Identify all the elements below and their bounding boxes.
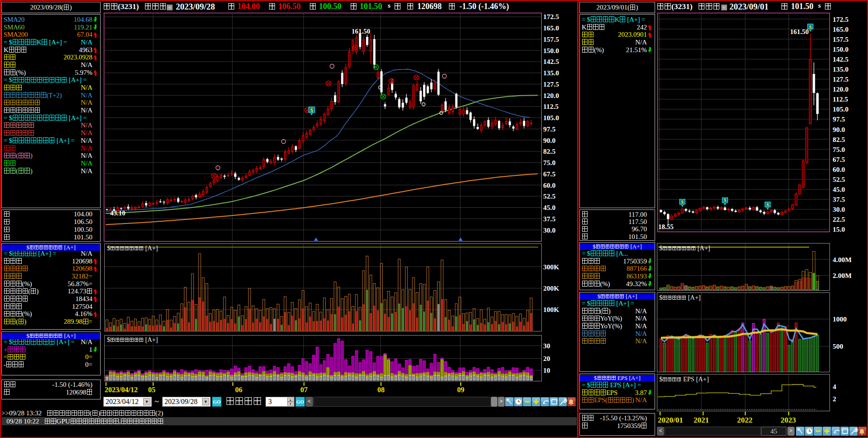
svg-text:161.50: 161.50 bbox=[790, 28, 809, 35]
svg-text:$: $ bbox=[310, 107, 313, 113]
svg-text:161.50: 161.50 bbox=[352, 28, 370, 35]
svg-text:$: $ bbox=[767, 202, 769, 207]
svg-text:18.55: 18.55 bbox=[658, 223, 674, 230]
svg-text:$: $ bbox=[724, 197, 727, 203]
svg-text:43.10: 43.10 bbox=[110, 209, 125, 217]
svg-text:$: $ bbox=[681, 199, 684, 204]
svg-text:$: $ bbox=[809, 24, 812, 29]
